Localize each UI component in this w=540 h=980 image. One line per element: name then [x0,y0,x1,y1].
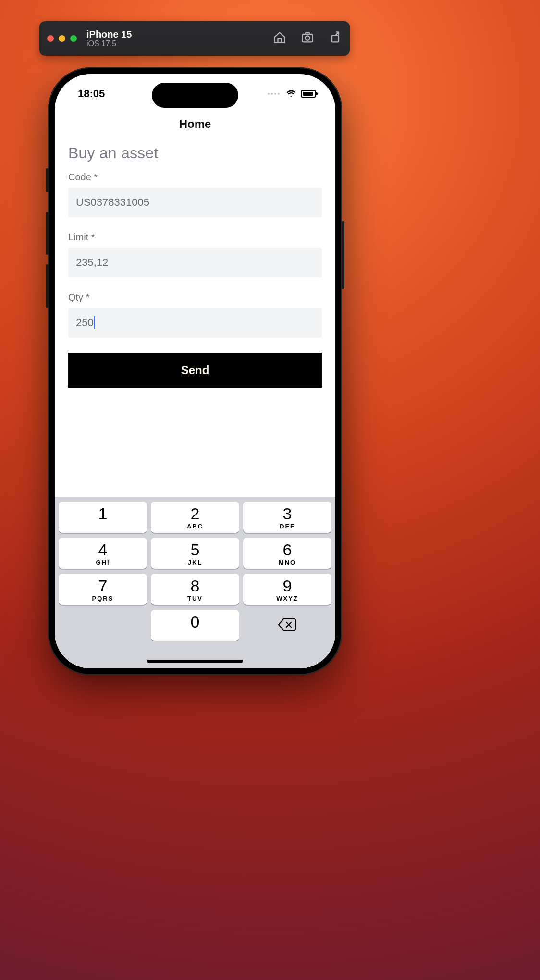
limit-label: Limit * [68,232,322,243]
svg-rect-2 [332,35,339,42]
cellular-icon [268,93,280,95]
text-cursor [94,316,95,329]
keypad-8[interactable]: 8TUV [151,574,239,605]
keypad-9[interactable]: 9WXYZ [243,574,331,605]
keypad-4[interactable]: 4GHI [59,538,147,569]
form-heading: Buy an asset [68,144,322,162]
dynamic-island [152,83,238,108]
code-label: Code * [68,172,322,183]
side-button [46,168,49,192]
rotate-icon[interactable] [329,31,342,46]
home-indicator[interactable] [147,660,243,663]
window-traffic-lights [47,35,77,42]
keypad-1[interactable]: 1 [59,502,147,533]
power-button [342,221,344,289]
send-button[interactable]: Send [68,353,322,388]
nav-title: Home [55,105,335,144]
window-minimize-button[interactable] [59,35,65,42]
keypad-backspace[interactable] [243,610,331,641]
keypad-5[interactable]: 5JKL [151,538,239,569]
screenshot-icon[interactable] [301,31,314,46]
keypad-7[interactable]: 7PQRS [59,574,147,605]
simulator-os-version: iOS 17.5 [86,39,132,48]
qty-input[interactable]: 250 [68,308,322,338]
battery-icon [301,90,316,98]
keypad-0[interactable]: 0 [151,610,239,641]
window-zoom-button[interactable] [70,35,77,42]
keypad-2[interactable]: 2ABC [151,502,239,533]
window-close-button[interactable] [47,35,54,42]
status-time: 18:05 [78,88,105,100]
backspace-icon [278,617,297,634]
volume-up-button [46,212,49,255]
code-input[interactable] [68,188,322,217]
svg-point-1 [305,36,309,40]
keypad-6[interactable]: 6MNO [243,538,331,569]
phone-screen: 18:05 Home Buy an asset Code * Limit * Q… [55,74,335,668]
buy-asset-form: Buy an asset Code * Limit * Qty * 250 Se… [55,144,335,388]
qty-value: 250 [76,316,94,329]
phone-frame: 18:05 Home Buy an asset Code * Limit * Q… [48,67,342,675]
simulator-titlebar: iPhone 15 iOS 17.5 [39,21,350,56]
qty-label: Qty * [68,292,322,303]
simulator-device-name: iPhone 15 [86,29,132,39]
numeric-keyboard: 1 2ABC 3DEF 4GHI 5JKL 6MNO 7PQRS 8TUV 9W… [55,497,335,668]
simulator-actions [273,31,342,46]
home-icon[interactable] [273,31,286,46]
simulator-device-info: iPhone 15 iOS 17.5 [86,29,132,48]
wifi-icon [285,88,297,100]
volume-down-button [46,264,49,308]
keypad-3[interactable]: 3DEF [243,502,331,533]
keypad-empty [59,610,147,641]
limit-input[interactable] [68,248,322,277]
